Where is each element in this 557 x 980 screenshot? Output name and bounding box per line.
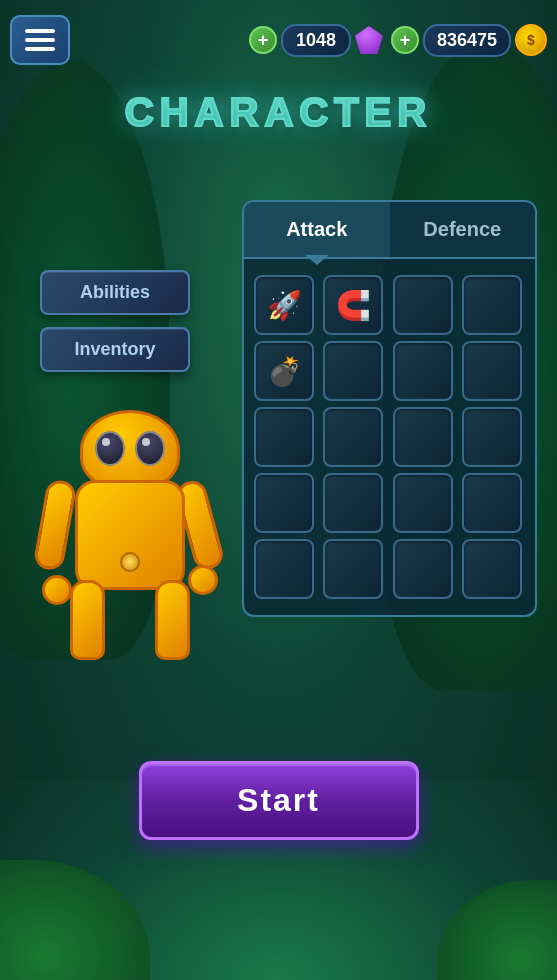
abilities-button[interactable]: Abilities (40, 270, 190, 315)
grid-cell-1-2[interactable] (393, 341, 453, 401)
menu-button[interactable] (10, 15, 70, 65)
robot-leg-left (70, 580, 105, 660)
start-button[interactable]: Start (139, 761, 419, 840)
add-gems-button[interactable]: + (249, 26, 277, 54)
robot-leg-right (155, 580, 190, 660)
character-container (20, 380, 240, 740)
robot-hand-right (188, 565, 218, 595)
robot-chest-detail (120, 552, 140, 572)
coin-icon: $ (515, 24, 547, 56)
grid-cell-1-1[interactable] (323, 341, 383, 401)
grid-cell-3-2[interactable] (393, 473, 453, 533)
items-grid: 🚀 🧲 💣 (244, 259, 535, 615)
robot-hand-left (42, 575, 72, 605)
tabs-row: Attack Defence (244, 202, 535, 259)
grid-cell-3-3[interactable] (462, 473, 522, 533)
grid-cell-4-1[interactable] (323, 539, 383, 599)
coin-value: 836475 (423, 24, 511, 57)
grid-cell-4-0[interactable] (254, 539, 314, 599)
robot-character (40, 380, 220, 680)
menu-line-1 (25, 29, 55, 33)
grid-cell-3-1[interactable] (323, 473, 383, 533)
grid-cell-4-3[interactable] (462, 539, 522, 599)
gem-currency-item: + 1048 (249, 24, 383, 57)
grid-cell-0-3[interactable] (462, 275, 522, 335)
main-panel: Attack Defence 🚀 🧲 💣 (242, 200, 537, 617)
bomb-item-icon: 💣 (267, 355, 302, 388)
menu-line-2 (25, 38, 55, 42)
tab-attack[interactable]: Attack (244, 202, 390, 257)
robot-body (75, 480, 185, 590)
grid-cell-0-1[interactable]: 🧲 (323, 275, 383, 335)
magnet-item-icon: 🧲 (336, 289, 371, 322)
robot-head (80, 410, 180, 490)
grid-cell-2-3[interactable] (462, 407, 522, 467)
gem-value: 1048 (281, 24, 351, 57)
page-title: CHARACTER (0, 90, 557, 135)
grid-cell-0-0[interactable]: 🚀 (254, 275, 314, 335)
menu-line-3 (25, 47, 55, 51)
currency-group: + 1048 + 836475 $ (249, 24, 547, 57)
left-buttons-panel: Abilities Inventory (40, 270, 190, 372)
robot-arm-left (32, 478, 77, 572)
robot-eye-right (135, 431, 165, 466)
robot-eye-left (95, 431, 125, 466)
grid-cell-2-1[interactable] (323, 407, 383, 467)
inventory-button[interactable]: Inventory (40, 327, 190, 372)
grid-cell-0-2[interactable] (393, 275, 453, 335)
topbar: + 1048 + 836475 $ (10, 15, 547, 65)
add-coins-button[interactable]: + (391, 26, 419, 54)
title-container: CHARACTER (0, 90, 557, 135)
tab-defence[interactable]: Defence (390, 202, 536, 257)
grid-cell-4-2[interactable] (393, 539, 453, 599)
robot-eye-right-shine (142, 438, 150, 446)
grid-cell-3-0[interactable] (254, 473, 314, 533)
gem-icon (355, 26, 383, 54)
coin-currency-item: + 836475 $ (391, 24, 547, 57)
grid-cell-2-0[interactable] (254, 407, 314, 467)
robot-eye-left-shine (102, 438, 110, 446)
start-container: Start (139, 761, 419, 840)
grid-cell-2-2[interactable] (393, 407, 453, 467)
grid-cell-1-0[interactable]: 💣 (254, 341, 314, 401)
rocket-item-icon: 🚀 (267, 289, 302, 322)
grid-cell-1-3[interactable] (462, 341, 522, 401)
